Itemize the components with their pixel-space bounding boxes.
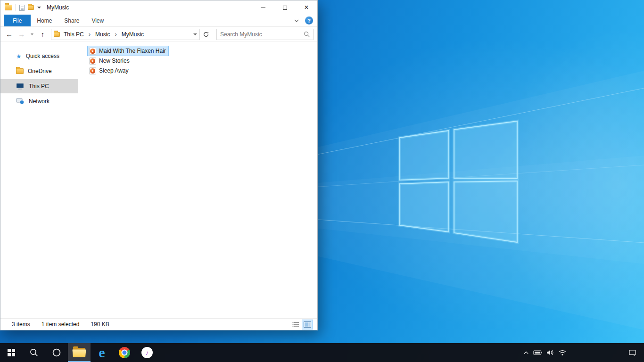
- computer-icon: [16, 83, 25, 90]
- quick-access-star-icon: ★: [16, 53, 22, 59]
- taskbar-edge-button[interactable]: e: [91, 343, 113, 362]
- volume-tray-button[interactable]: [544, 343, 556, 362]
- wifi-icon: [558, 349, 567, 356]
- chevron-up-icon: [523, 350, 529, 355]
- details-view-button[interactable]: [290, 320, 301, 329]
- edge-icon: e: [99, 346, 105, 360]
- qat-properties-icon[interactable]: [19, 5, 25, 11]
- help-button[interactable]: ?: [305, 16, 313, 25]
- file-item-maid-with-the-flaxen-hair[interactable]: Maid With The Flaxen Hair: [88, 46, 168, 56]
- breadcrumb-chevron-icon: ›: [88, 31, 91, 37]
- explorer-window: MyMusic × File Home Share View ? ← → ↑ T…: [0, 0, 318, 330]
- tab-view[interactable]: View: [85, 15, 110, 26]
- breadcrumb-this-pc[interactable]: This PC: [62, 30, 85, 39]
- show-hidden-icons-button[interactable]: [520, 343, 532, 362]
- caption-buttons: ×: [252, 0, 317, 15]
- file-item-sleep-away[interactable]: Sleep Away: [88, 66, 131, 75]
- taskbar-file-explorer-button[interactable]: [68, 343, 91, 362]
- status-selection: 1 item selected: [41, 321, 80, 328]
- windows-logo-icon: [8, 349, 15, 356]
- file-item-new-stories[interactable]: New Stories: [88, 56, 132, 66]
- status-size: 190 KB: [91, 321, 109, 328]
- ribbon-tabs: File Home Share View ?: [0, 15, 317, 27]
- details-view-icon: [292, 321, 299, 327]
- tab-home[interactable]: Home: [31, 15, 58, 26]
- start-button[interactable]: [0, 343, 23, 362]
- file-name: Maid With The Flaxen Hair: [99, 48, 166, 54]
- tab-share[interactable]: Share: [58, 15, 85, 26]
- window-folder-icon: [5, 5, 12, 10]
- quick-access-toolbar: [5, 4, 41, 11]
- address-bar[interactable]: This PC › Music › MyMusic: [51, 29, 200, 40]
- sidebar-item-quick-access[interactable]: ★ Quick access: [0, 49, 78, 63]
- minimize-icon: [261, 8, 265, 8]
- sidebar-item-label: OneDrive: [28, 68, 52, 74]
- refresh-button[interactable]: [200, 29, 212, 40]
- navigation-pane: ★ Quick access OneDrive This PC Network: [0, 42, 78, 318]
- up-button[interactable]: ↑: [37, 28, 49, 41]
- cortana-button[interactable]: [45, 343, 68, 362]
- title-bar: MyMusic ×: [0, 0, 317, 15]
- recent-locations-chevron-icon[interactable]: [28, 28, 36, 41]
- music-file-icon: [89, 48, 96, 55]
- battery-icon: [533, 349, 543, 356]
- sidebar-item-label: Quick access: [26, 53, 59, 59]
- system-tray: [520, 343, 644, 362]
- sidebar-item-network[interactable]: Network: [0, 94, 78, 108]
- file-name: Sleep Away: [99, 67, 129, 74]
- address-bar-row: ← → ↑ This PC › Music › MyMusic: [0, 27, 317, 42]
- cortana-icon: [52, 348, 61, 357]
- ribbon-right-controls: ?: [292, 15, 317, 26]
- breadcrumb-mymusic[interactable]: MyMusic: [120, 30, 145, 39]
- file-list[interactable]: Maid With The Flaxen Hair New Stories Sl…: [78, 42, 317, 318]
- battery-tray-button[interactable]: [532, 343, 544, 362]
- file-name: New Stories: [99, 58, 130, 64]
- address-folder-icon: [54, 32, 60, 37]
- itunes-icon: ♪: [141, 347, 153, 358]
- large-icons-view-icon: [304, 321, 311, 328]
- sidebar-item-label: Network: [29, 98, 50, 105]
- taskbar-itunes-button[interactable]: ♪: [136, 343, 158, 362]
- sidebar-item-label: This PC: [29, 83, 49, 90]
- search-box: [216, 29, 314, 40]
- large-icons-view-button[interactable]: [302, 320, 313, 329]
- minimize-button[interactable]: [252, 0, 274, 15]
- view-buttons: [290, 320, 313, 329]
- tray-spacer: [569, 343, 621, 362]
- action-center-icon: [628, 349, 637, 357]
- qat-new-folder-icon[interactable]: [28, 5, 34, 10]
- breadcrumb-music[interactable]: Music: [94, 30, 111, 39]
- search-icon: [29, 348, 39, 357]
- sidebar-item-onedrive[interactable]: OneDrive: [0, 64, 78, 78]
- taskbar-chrome-button[interactable]: [113, 343, 136, 362]
- maximize-button[interactable]: [274, 0, 296, 15]
- music-file-icon: [89, 58, 96, 65]
- close-icon: ×: [304, 4, 308, 11]
- window-body: ★ Quick access OneDrive This PC Network …: [0, 42, 317, 318]
- search-input[interactable]: [220, 31, 301, 38]
- status-item-count: 3 items: [12, 321, 30, 328]
- tab-file[interactable]: File: [4, 15, 31, 26]
- onedrive-icon: [16, 68, 24, 74]
- expand-ribbon-chevron-icon[interactable]: [292, 16, 301, 25]
- address-dropdown-chevron-icon[interactable]: [193, 33, 197, 35]
- window-title: MyMusic: [47, 4, 69, 11]
- qat-customize-chevron-icon[interactable]: [37, 7, 41, 8]
- forward-button[interactable]: →: [16, 28, 27, 41]
- status-bar: 3 items 1 item selected 190 KB: [0, 318, 317, 330]
- music-file-icon: [89, 67, 96, 74]
- file-explorer-icon: [73, 348, 85, 357]
- taskbar-search-button[interactable]: [23, 343, 45, 362]
- network-icon: [16, 98, 25, 105]
- search-icon[interactable]: [304, 31, 310, 37]
- network-tray-button[interactable]: [556, 343, 569, 362]
- breadcrumb-chevron-icon: ›: [114, 31, 117, 37]
- action-center-button[interactable]: [621, 343, 644, 362]
- maximize-icon: [283, 6, 287, 10]
- taskbar: e ♪: [0, 343, 644, 362]
- chrome-icon: [119, 347, 130, 358]
- close-button[interactable]: ×: [296, 0, 317, 15]
- sidebar-item-this-pc[interactable]: This PC: [0, 79, 78, 93]
- separator: [16, 4, 16, 11]
- back-button[interactable]: ←: [3, 28, 15, 41]
